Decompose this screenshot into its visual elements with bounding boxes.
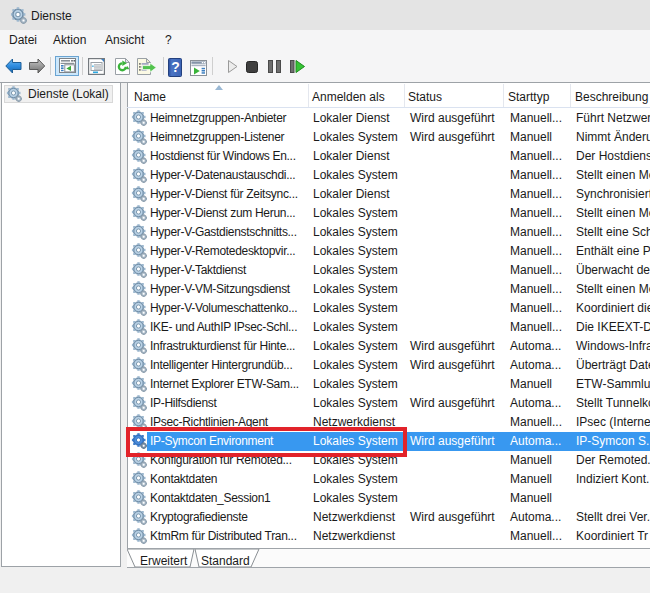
svg-text:?: ? (171, 59, 180, 75)
